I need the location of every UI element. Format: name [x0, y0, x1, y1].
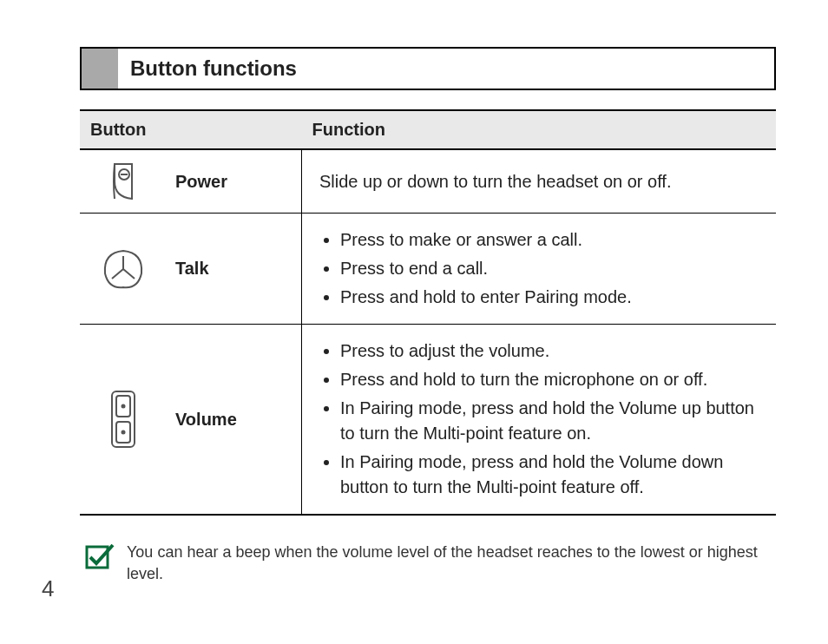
table-header-row: Button Function: [80, 110, 776, 149]
note-text: You can hear a beep when the volume leve…: [127, 542, 771, 585]
note-box: You can hear a beep when the volume leve…: [80, 542, 776, 585]
function-list: Press to adjust the volume. Press and ho…: [319, 337, 759, 502]
col-header-function: Function: [302, 110, 777, 149]
heading-accent-block: [82, 49, 118, 89]
table-row: Volume Press to adjust the volume. Press…: [80, 325, 776, 516]
page: Button functions Button Function P: [0, 0, 828, 644]
button-functions-table: Button Function Power Slide up or down t…: [80, 109, 776, 516]
table-row: Power Slide up or down to turn the heads…: [80, 149, 776, 214]
list-item: In Pairing mode, press and hold the Volu…: [340, 448, 759, 502]
list-item: In Pairing mode, press and hold the Volu…: [340, 394, 759, 448]
power-switch-icon: [80, 149, 167, 214]
talk-button-icon: [80, 214, 167, 325]
svg-rect-5: [112, 391, 135, 447]
page-number: 4: [42, 575, 54, 602]
row-label: Volume: [167, 325, 302, 516]
section-heading-bar: Button functions: [80, 47, 776, 90]
svg-line-3: [112, 269, 123, 279]
row-function: Press to adjust the volume. Press and ho…: [302, 325, 777, 516]
list-item: Press and hold to turn the microphone on…: [340, 365, 759, 394]
col-header-button: Button: [80, 110, 302, 149]
svg-point-9: [122, 430, 126, 435]
function-list: Press to make or answer a call. Press to…: [319, 226, 759, 312]
svg-line-4: [123, 269, 135, 279]
volume-rocker-icon: [80, 325, 167, 516]
row-function: Press to make or answer a call. Press to…: [302, 214, 777, 325]
list-item: Press to end a call.: [340, 254, 759, 283]
row-label: Power: [167, 149, 302, 214]
row-function: Slide up or down to turn the headset on …: [302, 149, 777, 214]
checkmark-icon: [85, 543, 115, 569]
svg-point-8: [122, 404, 126, 409]
list-item: Press to adjust the volume.: [340, 337, 759, 365]
table-row: Talk Press to make or answer a call. Pre…: [80, 214, 776, 325]
list-item: Press and hold to enter Pairing mode.: [340, 283, 759, 312]
list-item: Press to make or answer a call.: [340, 226, 759, 254]
section-heading: Button functions: [118, 49, 774, 89]
row-label: Talk: [167, 214, 302, 325]
